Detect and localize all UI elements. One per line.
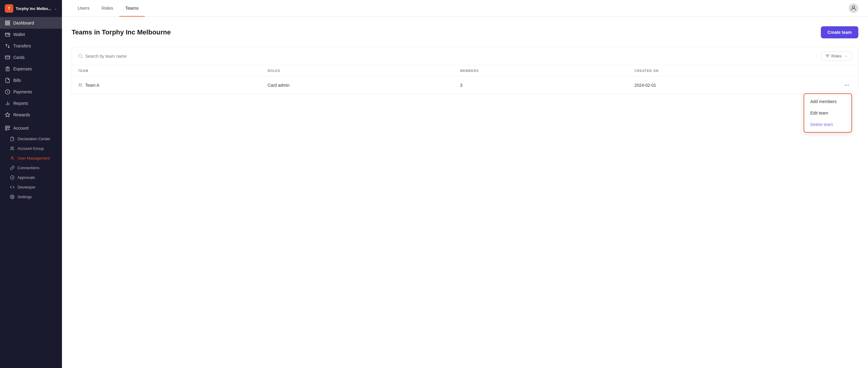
col-actions (834, 65, 858, 76)
sidebar-item-wallet[interactable]: Wallet (0, 29, 62, 40)
svg-rect-0 (5, 21, 7, 22)
svg-point-15 (11, 196, 13, 197)
delete-team-option[interactable]: Delete team (804, 119, 851, 130)
sidebar-item-label: Developer (18, 185, 35, 189)
dashboard-icon (5, 20, 10, 26)
teams-table: TEAM ROLES MEMBERS CREATED ON (72, 65, 858, 94)
sidebar-item-label: Payments (13, 89, 32, 94)
sidebar-item-label: Declaration Center (18, 136, 50, 141)
team-icon (78, 83, 83, 88)
svg-rect-2 (5, 24, 7, 25)
sidebar-item-transfers[interactable]: Transfers (0, 40, 62, 52)
account-icon (5, 125, 10, 131)
svg-rect-3 (8, 24, 10, 25)
chevron-down-icon (844, 54, 848, 58)
sidebar-header[interactable]: T Torphy Inc Melbo... ⌄ (0, 0, 62, 17)
sidebar-item-label: Reports (13, 101, 28, 106)
page-content: Teams in Torphy Inc Melbourne Create tea… (62, 17, 868, 368)
sidebar-item-rewards[interactable]: Rewards (0, 109, 62, 121)
svg-point-17 (79, 54, 82, 58)
svg-rect-10 (8, 126, 10, 127)
main-content: Users Roles Teams Teams in Torphy Inc Me… (62, 0, 868, 368)
col-team: TEAM (72, 65, 261, 76)
svg-rect-1 (8, 21, 10, 22)
team-roles: Card admin (261, 76, 454, 94)
sidebar-item-label: Settings (18, 194, 32, 199)
svg-rect-11 (5, 129, 7, 130)
team-name-cell: Team A (72, 76, 261, 94)
edit-team-option[interactable]: Edit team (804, 107, 851, 119)
sidebar-item-label: Rewards (13, 113, 30, 117)
teams-table-container: Roles TEAM ROLES MEMBERS CREATED ON (72, 47, 858, 94)
svg-line-18 (81, 57, 82, 58)
roles-filter[interactable]: Roles (822, 51, 852, 61)
roles-filter-label: Roles (831, 54, 841, 58)
payments-icon (5, 89, 10, 95)
col-created-on: CREATED ON (628, 65, 834, 76)
sidebar-item-account[interactable]: Account (0, 122, 62, 134)
user-profile-icon[interactable] (849, 3, 858, 13)
sidebar-item-reports[interactable]: Reports (0, 98, 62, 109)
table-row: Team A Card admin 3 2024-02-01 (72, 76, 858, 94)
search-bar: Roles (72, 47, 858, 65)
sidebar-item-cards[interactable]: Cards (0, 52, 62, 63)
sidebar-item-label: Transfers (13, 43, 31, 48)
svg-point-22 (79, 84, 81, 85)
svg-point-13 (11, 156, 13, 158)
svg-rect-4 (5, 33, 10, 36)
tabs: Users Roles Teams (72, 0, 145, 16)
sidebar-item-expenses[interactable]: Expenses (0, 63, 62, 74)
filter-icon (826, 54, 830, 58)
sidebar-item-label: Wallet (13, 32, 25, 37)
sidebar-item-approvals[interactable]: Approvals (0, 173, 62, 182)
page-title: Teams in Torphy Inc Melbourne (72, 28, 171, 36)
sidebar-item-settings[interactable]: Settings (0, 192, 62, 202)
sidebar-item-developer[interactable]: Developer (0, 182, 62, 192)
create-team-button[interactable]: Create team (821, 26, 858, 38)
sidebar-item-connections[interactable]: Connections (0, 163, 62, 173)
page-header: Teams in Torphy Inc Melbourne Create tea… (72, 26, 858, 38)
sidebar: T Torphy Inc Melbo... ⌄ Dashboard Wallet… (0, 0, 62, 368)
declaration-icon (10, 136, 14, 141)
tab-roles[interactable]: Roles (95, 0, 119, 17)
team-name: Team A (85, 83, 99, 88)
svg-point-12 (11, 147, 12, 148)
user-management-icon (10, 156, 14, 160)
search-input[interactable] (85, 54, 822, 59)
team-members: 3 (454, 76, 628, 94)
developer-icon (10, 185, 14, 189)
settings-icon (10, 194, 14, 199)
sidebar-item-bills[interactable]: Bills (0, 74, 62, 86)
tab-users[interactable]: Users (72, 0, 95, 17)
svg-rect-6 (7, 67, 8, 68)
tab-teams[interactable]: Teams (119, 0, 145, 17)
actions-cell: Add members Edit team Delete team (834, 76, 858, 94)
sidebar-item-account-group[interactable]: Account Group (0, 144, 62, 153)
add-members-option[interactable]: Add members (804, 96, 851, 107)
sidebar-item-payments[interactable]: Payments (0, 86, 62, 98)
search-icon (78, 54, 83, 59)
col-members: MEMBERS (454, 65, 628, 76)
account-group-icon (10, 146, 14, 151)
sidebar-item-dashboard[interactable]: Dashboard (0, 17, 62, 29)
sidebar-item-user-management[interactable]: User Management (0, 153, 62, 163)
sidebar-item-label: Approvals (18, 175, 35, 180)
actions-wrapper: Add members Edit team Delete team (840, 81, 852, 89)
sidebar-item-label: Dashboard (13, 21, 34, 25)
cards-icon (5, 55, 10, 60)
rewards-icon (5, 112, 10, 118)
svg-rect-19 (826, 54, 829, 55)
sidebar-item-label: Cards (13, 55, 25, 60)
more-actions-button[interactable] (842, 81, 852, 89)
team-created-on: 2024-02-01 (628, 76, 834, 94)
sidebar-item-label: Account Group (18, 146, 44, 151)
chevron-down-icon: ⌄ (54, 6, 57, 10)
org-avatar: T (5, 4, 13, 13)
svg-point-25 (848, 85, 849, 86)
svg-rect-21 (827, 57, 828, 57)
account-label: Account (13, 126, 29, 130)
sidebar-item-declaration-center[interactable]: Declaration Center (0, 134, 62, 144)
col-roles: ROLES (261, 65, 454, 76)
svg-point-14 (10, 176, 14, 180)
transfers-icon (5, 43, 10, 49)
